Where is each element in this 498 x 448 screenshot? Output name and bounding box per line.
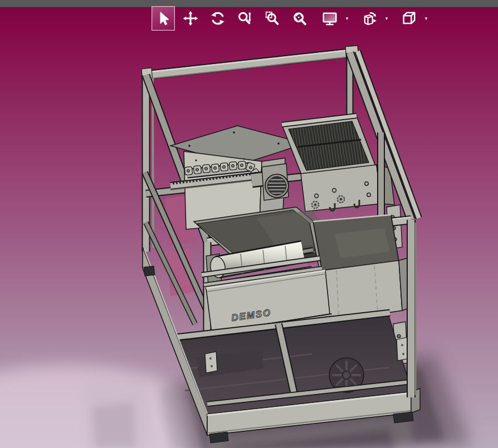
- select-tool-button[interactable]: [152, 6, 175, 31]
- display-style-group: ▾: [397, 6, 430, 31]
- cad-application-window: ▾ ▾ ▾: [0, 0, 498, 448]
- zoom-to-area-button[interactable]: [261, 6, 284, 31]
- zoom-to-area-icon: [264, 10, 281, 27]
- apply-scene-group: ▾: [358, 6, 390, 31]
- display-settings-button[interactable]: [318, 6, 341, 31]
- display-settings-icon: [321, 10, 339, 27]
- apply-scene-button[interactable]: [358, 6, 381, 31]
- rotate-view-button[interactable]: [206, 6, 230, 31]
- view-heads-up-toolbar: ▾ ▾ ▾: [152, 6, 430, 31]
- caret-down-icon: ▾: [346, 16, 349, 21]
- zoom-in-out-button[interactable]: [233, 6, 257, 31]
- frame-front-right-post[interactable]: [411, 220, 416, 397]
- display-style-button[interactable]: [397, 6, 421, 31]
- display-settings-group: ▾: [318, 6, 351, 31]
- zoom-to-fit-button[interactable]: [288, 6, 311, 31]
- cad-scene: DEMSO: [0, 7, 498, 448]
- zoom-in-out-icon: [237, 10, 253, 27]
- zoom-to-fit-icon: [291, 10, 308, 27]
- rotate-view-icon: [209, 10, 226, 27]
- model-viewport[interactable]: DEMSO: [0, 7, 498, 448]
- pan-tool-button[interactable]: [179, 6, 202, 31]
- display-style-icon: [401, 10, 417, 27]
- cursor-arrow-icon: [155, 10, 172, 27]
- pan-arrows-icon: [182, 10, 199, 27]
- apply-scene-dropdown[interactable]: ▾: [383, 6, 390, 31]
- display-settings-dropdown[interactable]: ▾: [343, 6, 351, 31]
- caret-down-icon: ▾: [385, 16, 388, 21]
- display-style-dropdown[interactable]: ▾: [422, 6, 430, 31]
- apply-scene-icon: [361, 10, 378, 27]
- caret-down-icon: ▾: [425, 16, 428, 21]
